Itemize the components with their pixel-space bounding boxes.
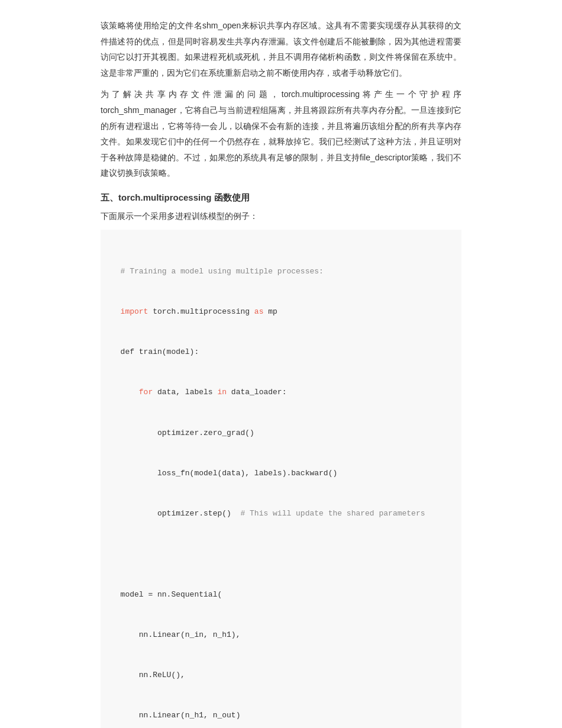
code-block: # Training a model using multiple proces… [101, 230, 461, 728]
section-heading-text: 五、torch.multiprocessing 函数使用 [101, 192, 250, 202]
code-line-8: model = nn.Sequential( [111, 588, 451, 602]
code-line-9: nn.Linear(n_in, n_h1), [111, 629, 451, 642]
code-line-1: # Training a model using multiple proces… [111, 265, 451, 279]
code-line-3: def train(model): [111, 346, 451, 359]
code-line-4: for data, labels in data_loader: [111, 386, 451, 400]
code-line-blank [111, 547, 451, 561]
page-container: 该策略将使用给定的文件名shm_open来标识共享内存区域。这具有不需要实现缓存… [0, 0, 562, 728]
code-line-7: optimizer.step() # This will update the … [111, 507, 451, 521]
code-line-6: loss_fn(model(data), labels).backward() [111, 467, 451, 481]
sub-heading: 下面展示一个采用多进程训练模型的例子： [101, 209, 461, 224]
section-heading: 五、torch.multiprocessing 函数使用 [101, 189, 461, 205]
paragraph-2: 为了解决共享内存文件泄漏的问题，torch.multiprocessing将产生… [101, 86, 461, 181]
code-line-5: optimizer.zero_grad() [111, 427, 451, 440]
code-line-2: import torch.multiprocessing as mp [111, 305, 451, 319]
code-line-10: nn.ReLU(), [111, 669, 451, 682]
code-line-11: nn.Linear(n_h1, n_out) [111, 709, 451, 723]
paragraph-1: 该策略将使用给定的文件名shm_open来标识共享内存区域。这具有不需要实现缓存… [101, 18, 461, 80]
